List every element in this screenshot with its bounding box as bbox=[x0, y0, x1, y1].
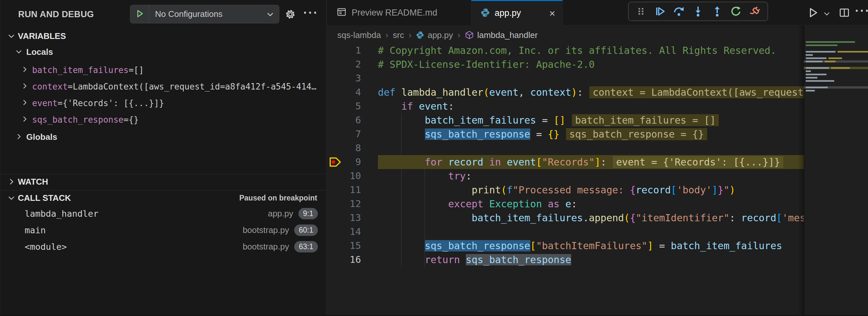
configuration-dropdown[interactable]: No Configurations bbox=[149, 9, 261, 19]
run-python-icon[interactable] bbox=[808, 7, 819, 20]
code-editor[interactable]: 1# Copyright Amazon.com, Inc. or its aff… bbox=[327, 43, 804, 310]
line-number[interactable]: 10 bbox=[350, 169, 361, 183]
call-stack-frame[interactable]: lambda_handlerapp.py9:1 bbox=[0, 206, 326, 222]
line-number[interactable]: 2 bbox=[355, 57, 361, 71]
line-content[interactable] bbox=[378, 225, 804, 239]
gutter[interactable]: 16 bbox=[327, 253, 378, 267]
line-content[interactable]: # Copyright Amazon.com, Inc. or its affi… bbox=[378, 43, 804, 57]
chevron-down-icon[interactable] bbox=[261, 10, 279, 19]
step-into-icon[interactable] bbox=[691, 4, 705, 19]
step-over-icon[interactable] bbox=[672, 4, 686, 19]
line-content[interactable]: except Exception as e: bbox=[378, 197, 804, 211]
line-number[interactable]: 6 bbox=[355, 113, 361, 127]
gutter[interactable]: 6 bbox=[327, 113, 378, 127]
line-content[interactable]: def lambda_handler(event, context):conte… bbox=[378, 85, 804, 99]
line-content[interactable] bbox=[378, 71, 804, 85]
gutter[interactable]: 2 bbox=[327, 57, 378, 71]
line-content[interactable]: try: bbox=[378, 169, 804, 183]
code-line[interactable]: 11 print(f"Processed message: {record['b… bbox=[327, 183, 804, 197]
code-line[interactable]: 8 bbox=[327, 141, 804, 155]
gutter[interactable]: 4 bbox=[327, 85, 378, 99]
line-number[interactable]: 15 bbox=[350, 239, 361, 253]
step-out-icon[interactable] bbox=[710, 4, 724, 19]
code-line[interactable]: 4def lambda_handler(event, context):cont… bbox=[327, 85, 804, 99]
gripper-icon[interactable] bbox=[634, 4, 648, 19]
breakpoint-current-line-icon[interactable] bbox=[329, 157, 342, 170]
code-line[interactable]: 7 sqs_batch_response = {}sqs_batch_respo… bbox=[327, 127, 804, 141]
line-content[interactable] bbox=[378, 141, 804, 155]
code-line[interactable]: 3 bbox=[327, 71, 804, 85]
line-content[interactable]: return sqs_batch_response bbox=[378, 253, 804, 267]
variable-row[interactable]: sqs_batch_response = {} bbox=[0, 111, 326, 128]
breadcrumb-item[interactable]: lambda_handler bbox=[465, 30, 537, 40]
line-number[interactable]: 1 bbox=[355, 43, 361, 57]
line-content[interactable]: batch_item_failures.append({"itemIdentif… bbox=[378, 211, 804, 225]
variable-row[interactable]: event = {'Records': [{...}]} bbox=[0, 95, 326, 111]
line-content[interactable]: for record in event["Records"]:event = {… bbox=[378, 155, 804, 169]
scope-globals[interactable]: Globals bbox=[0, 128, 326, 145]
run-dropdown-chevron-icon[interactable] bbox=[823, 10, 831, 20]
variable-row[interactable]: batch_item_failures = [] bbox=[0, 62, 326, 78]
close-icon[interactable]: × bbox=[549, 8, 555, 19]
line-content[interactable]: sqs_batch_response = {}sqs_batch_respons… bbox=[378, 127, 804, 141]
code-line[interactable]: 9 for record in event["Records"]:event =… bbox=[327, 155, 804, 169]
gutter[interactable]: 8 bbox=[327, 141, 378, 155]
split-editor-icon[interactable] bbox=[839, 7, 850, 20]
restart-icon[interactable] bbox=[729, 4, 743, 19]
line-content[interactable]: if event: bbox=[378, 99, 804, 113]
code-line[interactable]: 16 return sqs_batch_response bbox=[327, 253, 804, 267]
tab-preview-readme[interactable]: Preview README.md bbox=[327, 0, 471, 25]
line-number[interactable]: 3 bbox=[355, 71, 361, 85]
breadcrumb-item[interactable]: sqs-lambda bbox=[337, 30, 381, 40]
breadcrumb-item[interactable]: src bbox=[393, 30, 404, 40]
line-number[interactable]: 4 bbox=[355, 85, 361, 99]
code-line[interactable]: 1# Copyright Amazon.com, Inc. or its aff… bbox=[327, 43, 804, 57]
code-line[interactable]: 2# SPDX-License-Identifier: Apache-2.0 bbox=[327, 57, 804, 71]
call-stack-frame[interactable]: <module>bootstrap.py63:1 bbox=[0, 239, 326, 255]
line-number[interactable]: 7 bbox=[355, 127, 361, 141]
gutter[interactable]: 13 bbox=[327, 211, 378, 225]
line-number[interactable]: 5 bbox=[355, 99, 361, 113]
continue-icon[interactable] bbox=[653, 4, 667, 19]
line-number[interactable]: 13 bbox=[350, 211, 361, 225]
gutter[interactable]: 3 bbox=[327, 71, 378, 85]
gear-icon[interactable] bbox=[284, 8, 296, 22]
line-number[interactable]: 14 bbox=[350, 225, 361, 239]
code-line[interactable]: 10 try: bbox=[327, 169, 804, 183]
line-content[interactable]: sqs_batch_response["batchItemFailures"] … bbox=[378, 239, 804, 253]
gutter[interactable]: 9 bbox=[327, 155, 378, 169]
gutter[interactable]: 15 bbox=[327, 239, 378, 253]
gutter[interactable]: 12 bbox=[327, 197, 378, 211]
gutter[interactable]: 10 bbox=[327, 169, 378, 183]
gutter[interactable]: 1 bbox=[327, 43, 378, 57]
call-stack-section-header[interactable]: CALL STACK Paused on breakpoint bbox=[0, 190, 326, 206]
scope-locals[interactable]: Locals bbox=[0, 43, 326, 60]
code-line[interactable]: 6 batch_item_failures = []batch_item_fai… bbox=[327, 113, 804, 127]
code-line[interactable]: 15 sqs_batch_response["batchItemFailures… bbox=[327, 239, 804, 253]
line-number[interactable]: 8 bbox=[355, 141, 361, 155]
watch-section-header[interactable]: WATCH bbox=[0, 174, 326, 189]
call-stack-frame[interactable]: mainbootstrap.py60:1 bbox=[0, 222, 326, 239]
line-number[interactable]: 12 bbox=[350, 197, 361, 211]
line-number[interactable]: 11 bbox=[350, 183, 361, 197]
gutter[interactable]: 11 bbox=[327, 183, 378, 197]
more-actions-icon[interactable]: ··· bbox=[855, 4, 868, 18]
line-content[interactable]: batch_item_failures = []batch_item_failu… bbox=[378, 113, 804, 127]
variables-section-header[interactable]: VARIABLES bbox=[0, 29, 326, 43]
gutter[interactable]: 7 bbox=[327, 127, 378, 141]
start-debug-button[interactable] bbox=[130, 5, 149, 23]
variable-row[interactable]: context = LambdaContext([aws_request_id=… bbox=[0, 78, 326, 95]
breadcrumb-item[interactable]: app.py bbox=[416, 30, 453, 40]
code-line[interactable]: 14 bbox=[327, 225, 804, 239]
more-actions-icon[interactable]: ··· bbox=[303, 6, 318, 20]
line-number[interactable]: 16 bbox=[350, 253, 361, 267]
line-content[interactable]: print(f"Processed message: {record['body… bbox=[378, 183, 804, 197]
code-line[interactable]: 12 except Exception as e: bbox=[327, 197, 804, 211]
tab-app-py[interactable]: app.py × bbox=[471, 0, 563, 25]
debug-configuration-control[interactable]: No Configurations bbox=[130, 5, 279, 23]
code-line[interactable]: 5 if event: bbox=[327, 99, 804, 113]
gutter[interactable]: 14 bbox=[327, 225, 378, 239]
minimap[interactable] bbox=[804, 41, 868, 138]
line-content[interactable]: # SPDX-License-Identifier: Apache-2.0 bbox=[378, 57, 804, 71]
code-line[interactable]: 13 batch_item_failures.append({"itemIden… bbox=[327, 211, 804, 225]
